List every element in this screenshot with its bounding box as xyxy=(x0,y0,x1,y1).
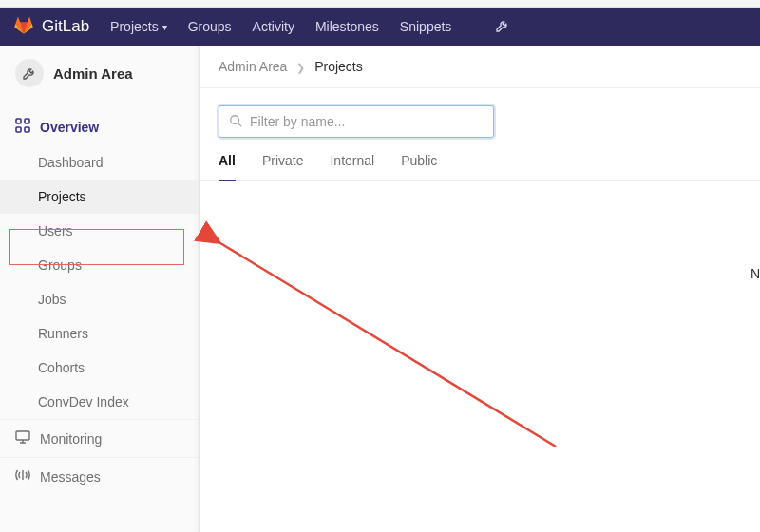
tab-label: Internal xyxy=(330,153,374,168)
sidebar-item-users[interactable]: Users xyxy=(0,214,199,248)
tab-label: Public xyxy=(401,153,437,168)
filter-input-wrap[interactable] xyxy=(218,105,494,138)
sidebar-item-label: Runners xyxy=(38,326,88,341)
sidebar-item-label: Cohorts xyxy=(38,360,85,375)
messages-label: Messages xyxy=(40,469,101,484)
breadcrumb: Admin Area ❯ Projects xyxy=(200,46,760,88)
tab-public[interactable]: Public xyxy=(401,153,437,180)
top-navbar: GitLab Projects ▾ Groups Activity Milest… xyxy=(0,8,760,46)
wrench-icon xyxy=(15,59,44,87)
tab-label: All xyxy=(218,153,236,168)
svg-rect-3 xyxy=(25,127,29,132)
nav-snippets-label: Snippets xyxy=(400,19,451,34)
tab-private[interactable]: Private xyxy=(262,153,304,180)
nav-groups[interactable]: Groups xyxy=(188,19,232,34)
breadcrumb-root[interactable]: Admin Area xyxy=(218,59,287,74)
sidebar-item-groups[interactable]: Groups xyxy=(0,248,199,282)
sidebar-item-jobs[interactable]: Jobs xyxy=(0,282,199,316)
brand-text: GitLab xyxy=(42,17,89,36)
overview-icon xyxy=(15,118,30,136)
svg-point-5 xyxy=(231,115,239,124)
svg-rect-1 xyxy=(25,119,29,124)
sidebar-item-convdev[interactable]: ConvDev Index xyxy=(0,385,199,419)
tab-internal[interactable]: Internal xyxy=(330,153,374,180)
main-content: Admin Area ❯ Projects All Private Intern… xyxy=(200,46,760,532)
sidebar-item-label: Projects xyxy=(38,189,86,204)
nav-activity-label: Activity xyxy=(253,19,294,34)
sidebar-title: Admin Area xyxy=(53,66,133,82)
svg-rect-0 xyxy=(16,119,21,124)
broadcast-icon xyxy=(15,467,30,485)
sidebar-item-dashboard[interactable]: Dashboard xyxy=(0,145,199,180)
sidebar-item-label: Users xyxy=(38,223,73,238)
sidebar-section-messages[interactable]: Messages xyxy=(0,457,199,495)
visibility-tabs: All Private Internal Public xyxy=(200,138,760,181)
nav-activity[interactable]: Activity xyxy=(253,19,294,34)
sidebar-section-overview[interactable]: Overview xyxy=(0,108,199,145)
sidebar-item-label: Groups xyxy=(38,257,82,273)
sidebar-item-projects[interactable]: Projects xyxy=(0,180,199,214)
sidebar: Admin Area Overview Dashboard Projects U… xyxy=(0,46,200,532)
sidebar-item-cohorts[interactable]: Cohorts xyxy=(0,351,199,385)
overview-label: Overview xyxy=(40,120,99,135)
monitor-icon xyxy=(15,429,30,447)
wrench-icon xyxy=(495,18,510,36)
nav-milestones[interactable]: Milestones xyxy=(315,19,379,34)
tab-all[interactable]: All xyxy=(218,153,236,181)
svg-rect-2 xyxy=(16,127,21,132)
nav-groups-label: Groups xyxy=(188,19,232,34)
breadcrumb-current: Projects xyxy=(314,59,363,74)
chevron-right-icon: ❯ xyxy=(296,62,305,73)
sidebar-section-monitoring[interactable]: Monitoring xyxy=(0,419,199,457)
sidebar-item-label: Dashboard xyxy=(38,155,104,170)
browser-url-bar xyxy=(0,0,760,8)
nav-projects[interactable]: Projects ▾ xyxy=(110,19,167,34)
sidebar-item-runners[interactable]: Runners xyxy=(0,316,199,351)
sidebar-item-label: Jobs xyxy=(38,292,66,307)
svg-rect-4 xyxy=(16,431,29,440)
filter-input[interactable] xyxy=(250,114,484,129)
tab-label: Private xyxy=(262,153,304,168)
nav-projects-label: Projects xyxy=(110,19,159,34)
nav-milestones-label: Milestones xyxy=(315,19,379,34)
sidebar-header[interactable]: Admin Area xyxy=(0,46,199,101)
gitlab-logo-icon xyxy=(13,14,34,40)
brand[interactable]: GitLab xyxy=(13,14,89,40)
nav-snippets[interactable]: Snippets xyxy=(400,19,451,34)
search-icon xyxy=(229,114,242,130)
sidebar-item-label: ConvDev Index xyxy=(38,394,129,409)
admin-link[interactable] xyxy=(495,18,510,36)
chevron-down-icon: ▾ xyxy=(162,22,167,32)
truncated-text-edge: N xyxy=(750,266,760,281)
monitoring-label: Monitoring xyxy=(40,431,102,446)
